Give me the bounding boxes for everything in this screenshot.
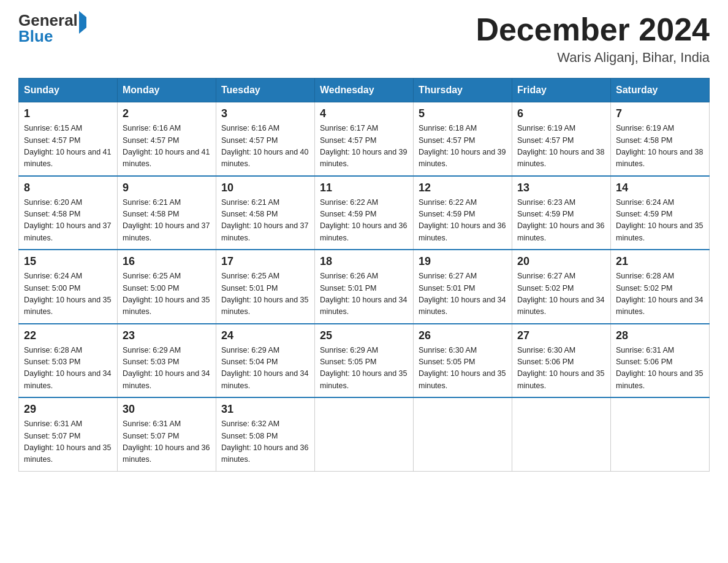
- day-number: 15: [24, 255, 112, 268]
- month-title: December 2024: [476, 12, 710, 47]
- day-info: Sunrise: 6:26 AMSunset: 5:01 PMDaylight:…: [320, 270, 408, 318]
- day-info: Sunrise: 6:17 AMSunset: 4:57 PMDaylight:…: [320, 123, 408, 170]
- day-number: 27: [517, 329, 605, 342]
- calendar-day-cell: 7Sunrise: 6:19 AMSunset: 4:58 PMDaylight…: [611, 102, 710, 176]
- day-info: Sunrise: 6:15 AMSunset: 4:57 PMDaylight:…: [24, 123, 112, 170]
- calendar-day-cell: 26Sunrise: 6:30 AMSunset: 5:05 PMDayligh…: [414, 324, 512, 398]
- day-info: Sunrise: 6:24 AMSunset: 5:00 PMDaylight:…: [24, 270, 112, 318]
- calendar-day-cell: 16Sunrise: 6:25 AMSunset: 5:00 PMDayligh…: [118, 250, 216, 324]
- day-info: Sunrise: 6:16 AMSunset: 4:57 PMDaylight:…: [221, 123, 309, 170]
- calendar-table: SundayMondayTuesdayWednesdayThursdayFrid…: [18, 78, 710, 472]
- header-thursday: Thursday: [414, 79, 512, 102]
- day-number: 24: [221, 329, 309, 342]
- day-number: 17: [221, 255, 309, 268]
- header-monday: Monday: [118, 79, 216, 102]
- day-info: Sunrise: 6:22 AMSunset: 4:59 PMDaylight:…: [320, 197, 408, 245]
- day-info: Sunrise: 6:25 AMSunset: 5:00 PMDaylight:…: [123, 270, 211, 318]
- header-tuesday: Tuesday: [216, 79, 315, 102]
- calendar-day-cell: 2Sunrise: 6:16 AMSunset: 4:57 PMDaylight…: [118, 102, 216, 176]
- day-number: 18: [320, 255, 408, 268]
- day-info: Sunrise: 6:19 AMSunset: 4:57 PMDaylight:…: [517, 123, 605, 170]
- day-info: Sunrise: 6:30 AMSunset: 5:05 PMDaylight:…: [419, 345, 507, 393]
- calendar-day-cell: [611, 397, 710, 471]
- day-info: Sunrise: 6:16 AMSunset: 4:57 PMDaylight:…: [123, 123, 211, 170]
- calendar-day-cell: 3Sunrise: 6:16 AMSunset: 4:57 PMDaylight…: [216, 102, 315, 176]
- calendar-day-cell: 15Sunrise: 6:24 AMSunset: 5:00 PMDayligh…: [19, 250, 118, 324]
- calendar-day-cell: 5Sunrise: 6:18 AMSunset: 4:57 PMDaylight…: [414, 102, 512, 176]
- day-info: Sunrise: 6:29 AMSunset: 5:03 PMDaylight:…: [123, 345, 211, 393]
- day-number: 19: [419, 255, 507, 268]
- calendar-day-cell: 27Sunrise: 6:30 AMSunset: 5:06 PMDayligh…: [512, 324, 611, 398]
- calendar-day-cell: [512, 397, 611, 471]
- calendar-day-cell: 10Sunrise: 6:21 AMSunset: 4:58 PMDayligh…: [216, 176, 315, 250]
- location-subtitle: Waris Aliganj, Bihar, India: [476, 50, 710, 66]
- calendar-header-row: SundayMondayTuesdayWednesdayThursdayFrid…: [19, 79, 710, 102]
- calendar-day-cell: 18Sunrise: 6:26 AMSunset: 5:01 PMDayligh…: [315, 250, 414, 324]
- day-number: 25: [320, 329, 408, 342]
- day-number: 20: [517, 255, 605, 268]
- day-number: 11: [320, 182, 408, 194]
- calendar-day-cell: 4Sunrise: 6:17 AMSunset: 4:57 PMDaylight…: [315, 102, 414, 176]
- calendar-day-cell: [315, 397, 414, 471]
- day-info: Sunrise: 6:29 AMSunset: 5:04 PMDaylight:…: [221, 345, 309, 393]
- day-info: Sunrise: 6:22 AMSunset: 4:59 PMDaylight:…: [419, 197, 507, 245]
- day-number: 22: [24, 329, 112, 342]
- day-info: Sunrise: 6:21 AMSunset: 4:58 PMDaylight:…: [123, 197, 211, 245]
- day-info: Sunrise: 6:19 AMSunset: 4:58 PMDaylight:…: [616, 123, 704, 170]
- day-number: 14: [616, 182, 704, 194]
- day-number: 28: [616, 329, 704, 342]
- calendar-day-cell: 17Sunrise: 6:25 AMSunset: 5:01 PMDayligh…: [216, 250, 315, 324]
- logo-blue-text: Blue: [18, 27, 53, 45]
- calendar-day-cell: 11Sunrise: 6:22 AMSunset: 4:59 PMDayligh…: [315, 176, 414, 250]
- calendar-day-cell: 29Sunrise: 6:31 AMSunset: 5:07 PMDayligh…: [19, 397, 118, 471]
- day-info: Sunrise: 6:27 AMSunset: 5:01 PMDaylight:…: [419, 270, 507, 318]
- day-info: Sunrise: 6:25 AMSunset: 5:01 PMDaylight:…: [221, 270, 309, 318]
- day-number: 16: [123, 255, 211, 268]
- day-number: 30: [123, 403, 211, 416]
- title-block: December 2024 Waris Aliganj, Bihar, Indi…: [476, 12, 710, 66]
- day-info: Sunrise: 6:29 AMSunset: 5:05 PMDaylight:…: [320, 345, 408, 393]
- day-info: Sunrise: 6:23 AMSunset: 4:59 PMDaylight:…: [517, 197, 605, 245]
- day-number: 31: [221, 403, 309, 416]
- day-info: Sunrise: 6:18 AMSunset: 4:57 PMDaylight:…: [419, 123, 507, 170]
- logo: General Blue: [18, 12, 86, 44]
- calendar-day-cell: 1Sunrise: 6:15 AMSunset: 4:57 PMDaylight…: [19, 102, 118, 176]
- week-row-5: 29Sunrise: 6:31 AMSunset: 5:07 PMDayligh…: [19, 397, 710, 471]
- week-row-1: 1Sunrise: 6:15 AMSunset: 4:57 PMDaylight…: [19, 102, 710, 176]
- day-number: 13: [517, 182, 605, 194]
- day-info: Sunrise: 6:24 AMSunset: 4:59 PMDaylight:…: [616, 197, 704, 245]
- day-number: 5: [419, 107, 507, 120]
- calendar-day-cell: 9Sunrise: 6:21 AMSunset: 4:58 PMDaylight…: [118, 176, 216, 250]
- day-info: Sunrise: 6:27 AMSunset: 5:02 PMDaylight:…: [517, 270, 605, 318]
- day-number: 23: [123, 329, 211, 342]
- day-info: Sunrise: 6:31 AMSunset: 5:07 PMDaylight:…: [24, 418, 112, 466]
- day-info: Sunrise: 6:31 AMSunset: 5:07 PMDaylight:…: [123, 418, 211, 466]
- calendar-day-cell: 30Sunrise: 6:31 AMSunset: 5:07 PMDayligh…: [118, 397, 216, 471]
- day-number: 8: [24, 182, 112, 194]
- calendar-day-cell: 19Sunrise: 6:27 AMSunset: 5:01 PMDayligh…: [414, 250, 512, 324]
- page-header: General Blue December 2024 Waris Aliganj…: [18, 12, 710, 66]
- header-wednesday: Wednesday: [315, 79, 414, 102]
- day-number: 2: [123, 107, 211, 120]
- day-number: 29: [24, 403, 112, 416]
- header-sunday: Sunday: [19, 79, 118, 102]
- day-number: 1: [24, 107, 112, 120]
- day-info: Sunrise: 6:31 AMSunset: 5:06 PMDaylight:…: [616, 345, 704, 393]
- calendar-day-cell: 21Sunrise: 6:28 AMSunset: 5:02 PMDayligh…: [611, 250, 710, 324]
- calendar-day-cell: 23Sunrise: 6:29 AMSunset: 5:03 PMDayligh…: [118, 324, 216, 398]
- day-info: Sunrise: 6:28 AMSunset: 5:03 PMDaylight:…: [24, 345, 112, 393]
- calendar-day-cell: 20Sunrise: 6:27 AMSunset: 5:02 PMDayligh…: [512, 250, 611, 324]
- calendar-day-cell: [414, 397, 512, 471]
- day-info: Sunrise: 6:32 AMSunset: 5:08 PMDaylight:…: [221, 418, 309, 466]
- calendar-day-cell: 6Sunrise: 6:19 AMSunset: 4:57 PMDaylight…: [512, 102, 611, 176]
- calendar-day-cell: 31Sunrise: 6:32 AMSunset: 5:08 PMDayligh…: [216, 397, 315, 471]
- day-info: Sunrise: 6:30 AMSunset: 5:06 PMDaylight:…: [517, 345, 605, 393]
- calendar-day-cell: 28Sunrise: 6:31 AMSunset: 5:06 PMDayligh…: [611, 324, 710, 398]
- day-number: 26: [419, 329, 507, 342]
- week-row-2: 8Sunrise: 6:20 AMSunset: 4:58 PMDaylight…: [19, 176, 710, 250]
- day-number: 10: [221, 182, 309, 194]
- calendar-day-cell: 25Sunrise: 6:29 AMSunset: 5:05 PMDayligh…: [315, 324, 414, 398]
- calendar-day-cell: 13Sunrise: 6:23 AMSunset: 4:59 PMDayligh…: [512, 176, 611, 250]
- day-number: 6: [517, 107, 605, 120]
- day-number: 4: [320, 107, 408, 120]
